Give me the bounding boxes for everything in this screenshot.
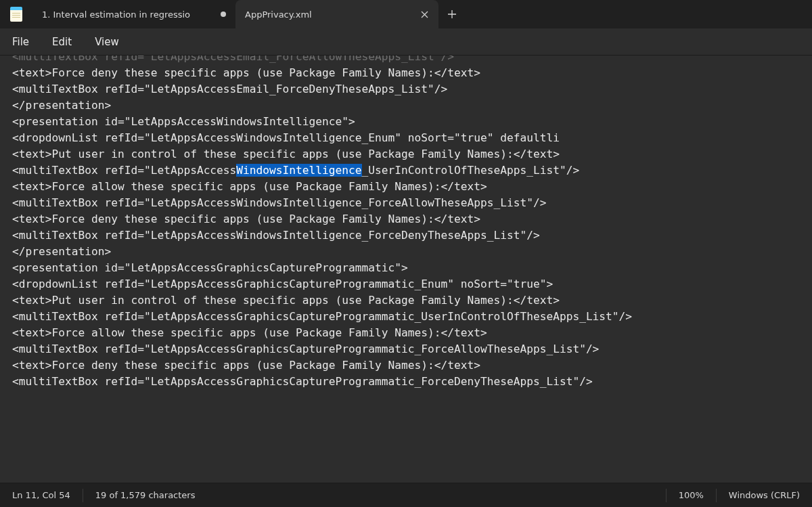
status-zoom[interactable]: 100%	[667, 483, 716, 507]
menu-file[interactable]: File	[12, 36, 29, 48]
menu-bar: File Edit View	[0, 28, 812, 56]
code-line: <dropdownList refId="LetAppsAccessGraphi…	[12, 276, 800, 292]
status-bar: Ln 11, Col 54 19 of 1,579 characters 100…	[0, 483, 812, 507]
title-bar: 1. Interval estimation in regressio AppP…	[0, 0, 812, 28]
code-line: <multiTextBox refId="LetAppsAccessEmail_…	[12, 56, 454, 65]
menu-edit[interactable]: Edit	[52, 36, 72, 48]
code-line: <multiTextBox refId="LetAppsAccessGraphi…	[12, 309, 800, 325]
code-line: <text>Put user in control of these speci…	[12, 292, 800, 309]
tab-title: 1. Interval estimation in regressio	[42, 9, 214, 20]
tab-active[interactable]: AppPrivacy.xml	[235, 0, 438, 28]
code-line: </presentation>	[12, 244, 800, 260]
code-line: <multiTextBox refId="LetAppsAccessWindow…	[12, 195, 800, 211]
code-text: _UserInControlOfTheseApps_List"/>	[362, 164, 580, 177]
code-line: <presentation id="LetAppsAccessWindowsIn…	[12, 114, 800, 130]
app-icon	[0, 0, 32, 28]
code-line: </presentation>	[12, 97, 800, 114]
code-line: <multiTextBox refId="LetAppsAccessGraphi…	[12, 341, 800, 357]
status-line-ending[interactable]: Windows (CRLF)	[717, 483, 812, 507]
code-line: <text>Force deny these specific apps (us…	[12, 357, 800, 374]
code-line: <dropdownList refId="LetAppsAccessWindow…	[12, 130, 800, 146]
code-line: <text>Force deny these specific apps (us…	[12, 65, 800, 81]
code-line: <text>Force allow these specific apps (u…	[12, 179, 800, 195]
code-line: <multiTextBox refId="LetAppsAccessEmail_…	[12, 81, 800, 97]
code-line: <text>Force allow these specific apps (u…	[12, 325, 800, 341]
notepad-icon	[10, 7, 22, 22]
code-line: <multiTextBox refId="LetAppsAccessGraphi…	[12, 374, 800, 390]
menu-view[interactable]: View	[95, 36, 119, 48]
text-editor[interactable]: <multiTextBox refId="LetAppsAccessEmail_…	[0, 56, 812, 483]
status-selection: 19 of 1,579 characters	[83, 483, 208, 507]
new-tab-button[interactable]	[438, 0, 466, 28]
code-line: <presentation id="LetAppsAccessGraphicsC…	[12, 260, 800, 276]
code-line: <text>Put user in control of these speci…	[12, 146, 800, 162]
code-text: <multiTextBox refId="LetAppsAccess	[12, 164, 236, 177]
selection: WindowsIntelligence	[236, 164, 361, 177]
tab-inactive[interactable]: 1. Interval estimation in regressio	[32, 0, 235, 28]
close-tab-icon[interactable]	[420, 9, 429, 19]
status-position[interactable]: Ln 11, Col 54	[0, 483, 83, 507]
unsaved-dot-icon	[221, 12, 226, 17]
code-line: <multiTextBox refId="LetAppsAccessWindow…	[12, 227, 800, 244]
code-line: <text>Force deny these specific apps (us…	[12, 211, 800, 227]
tab-title: AppPrivacy.xml	[245, 9, 413, 20]
code-line: <multiTextBox refId="LetAppsAccessWindow…	[12, 162, 800, 179]
